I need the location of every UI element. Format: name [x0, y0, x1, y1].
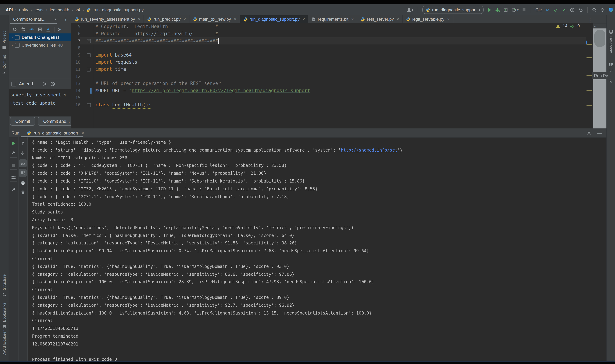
- close-icon[interactable]: ×: [351, 17, 354, 22]
- breadcrumb-item[interactable]: API: [6, 7, 13, 12]
- code-editor[interactable]: 5# Copyright: Legit.Health #6# Website: …: [71, 23, 586, 129]
- soft-wrap-icon[interactable]: [19, 159, 27, 167]
- commit-button[interactable]: Commit: [10, 117, 35, 126]
- breadcrumb-item[interactable]: unity: [19, 7, 28, 12]
- close-icon[interactable]: ×: [303, 17, 305, 22]
- scroll-to-end-icon[interactable]: [19, 169, 27, 177]
- history-icon[interactable]: [50, 81, 55, 87]
- warning-mark[interactable]: [587, 105, 592, 106]
- tool-window-button-commit[interactable]: Commit: [0, 55, 9, 76]
- prev-occurrence-icon[interactable]: [19, 140, 27, 147]
- chevron-down-icon[interactable]: ⌄: [593, 24, 597, 28]
- warning-mark[interactable]: [587, 57, 592, 58]
- profiler-button[interactable]: ▾: [511, 7, 519, 12]
- git-update-button[interactable]: [545, 7, 550, 12]
- commit-message-editor[interactable]: severity assessment ↴↳test code update: [9, 89, 71, 116]
- restore-layout-icon[interactable]: [10, 173, 17, 181]
- code-line[interactable]: 12: [71, 73, 586, 80]
- warning-mark[interactable]: [587, 90, 592, 91]
- run-config-selector[interactable]: run_diagnostic_support▾: [422, 6, 484, 14]
- kebab-menu-icon[interactable]: ⋮: [587, 17, 593, 24]
- run-settings-icon[interactable]: [10, 149, 17, 157]
- run-button[interactable]: [487, 7, 492, 12]
- console-output[interactable]: {'name': 'Legit.Health', 'type': 'user-f…: [32, 129, 605, 362]
- clear-all-icon[interactable]: [19, 189, 27, 196]
- fold-marker-icon[interactable]: −: [87, 68, 91, 72]
- close-icon[interactable]: ×: [183, 17, 186, 22]
- run-with-coverage-button[interactable]: [503, 7, 508, 12]
- stop-button[interactable]: [522, 7, 526, 12]
- code-line[interactable]: 14MODEL_URL = "https://ai-pre.legit.heal…: [71, 87, 586, 94]
- code-line[interactable]: 9−import base64: [71, 52, 586, 59]
- editor-tab[interactable]: run_severity_assessment.py×: [71, 15, 144, 23]
- rollback-icon[interactable]: [21, 27, 26, 32]
- code-link[interactable]: https://legit.health/: [134, 31, 193, 36]
- warning-mark[interactable]: [587, 75, 592, 76]
- changelist-row[interactable]: › Default Changelist: [9, 33, 71, 41]
- commit-and-button[interactable]: Commit and...: [38, 117, 71, 126]
- code-line[interactable]: 10import requests: [71, 59, 586, 66]
- gear-icon[interactable]: [42, 81, 47, 87]
- rerun-icon[interactable]: [10, 140, 17, 147]
- pin-tab-icon[interactable]: [10, 185, 17, 193]
- breadcrumb-item[interactable]: legithealth: [50, 7, 69, 12]
- amend-checkbox[interactable]: [11, 82, 16, 86]
- console-hyperlink[interactable]: http://snomed.info/sct: [341, 148, 397, 153]
- code-line[interactable]: 6# Website: https://legit.health/ #: [71, 30, 586, 37]
- editor-tab[interactable]: run_diagnostic_support.py×: [240, 15, 308, 23]
- changelist-checkbox[interactable]: [15, 35, 19, 40]
- tool-window-button-aws-explorer[interactable]: AWS Explorer: [0, 330, 9, 355]
- unversioned-checkbox[interactable]: [15, 43, 19, 48]
- chevron-right-icon[interactable]: ›: [9, 43, 13, 47]
- code-line[interactable]: 13# URL of predict operation of the REST…: [71, 80, 586, 87]
- git-commit-button[interactable]: [553, 7, 558, 12]
- settings-button[interactable]: [600, 7, 605, 12]
- fold-marker-icon[interactable]: −: [87, 103, 91, 107]
- editor-tab[interactable]: rest_server.py×: [357, 15, 403, 23]
- fold-marker-icon[interactable]: −: [87, 53, 91, 57]
- breadcrumb[interactable]: API›unity›tests›legithealth›v4›run_diagn…: [0, 7, 144, 12]
- next-occurrence-icon[interactable]: [19, 149, 27, 157]
- close-icon[interactable]: ×: [138, 17, 140, 22]
- warning-mark[interactable]: [587, 44, 592, 45]
- code-link[interactable]: https://ai-pre.legit.health:80/v2/legit_…: [132, 88, 310, 93]
- search-everywhere-button[interactable]: [592, 7, 597, 12]
- changelist-icon[interactable]: [38, 27, 42, 31]
- git-history-button[interactable]: [570, 7, 575, 12]
- tool-window-button-structure[interactable]: Structure: [0, 274, 9, 297]
- show-diff-icon[interactable]: [29, 27, 34, 32]
- tool-window-button-database[interactable]: Database: [607, 29, 615, 53]
- changelist-label[interactable]: Default Changelist: [22, 35, 59, 40]
- close-icon[interactable]: ×: [397, 17, 399, 22]
- editor-tab[interactable]: legit_servable.py×: [403, 15, 453, 23]
- chevron-down-icon[interactable]: ▾: [55, 17, 56, 21]
- commit-header-scrollbar[interactable]: [10, 23, 57, 24]
- breadcrumb-item[interactable]: tests: [34, 7, 43, 12]
- run-python-console-button[interactable]: Run Py: [592, 72, 615, 79]
- editor-tab[interactable]: requirements.txt×: [308, 15, 357, 23]
- commit-target-header[interactable]: Commit to mas... ▾ ⋮: [9, 15, 71, 23]
- close-icon[interactable]: ×: [234, 17, 236, 22]
- more-actions-icon[interactable]: »: [58, 26, 61, 32]
- editor-tab[interactable]: run_predict.py×: [144, 15, 189, 23]
- refresh-icon[interactable]: [13, 27, 17, 31]
- close-icon[interactable]: ×: [447, 17, 450, 22]
- breadcrumb-item[interactable]: v4: [76, 7, 80, 12]
- code-line[interactable]: 7−######################################…: [71, 37, 586, 44]
- code-line[interactable]: 11−import time: [71, 66, 586, 73]
- user-account-button[interactable]: ▾: [406, 7, 413, 13]
- tool-window-button-bookmarks[interactable]: Bookmarks: [0, 302, 9, 328]
- editor-tab[interactable]: main_dx_new.py×: [189, 15, 240, 23]
- commit-target-label[interactable]: Commit to mas...: [9, 17, 45, 22]
- print-icon[interactable]: [19, 179, 27, 187]
- debug-button[interactable]: [495, 7, 500, 12]
- fold-marker-icon[interactable]: −: [87, 39, 91, 43]
- unversioned-files-row[interactable]: › Unversioned Files 40: [9, 41, 71, 49]
- shelve-icon[interactable]: [46, 27, 51, 31]
- ide-services-button[interactable]: [608, 7, 614, 13]
- unversioned-label[interactable]: Unversioned Files: [22, 43, 56, 48]
- stop-icon[interactable]: [10, 161, 17, 169]
- code-line[interactable]: 8: [71, 44, 586, 52]
- git-push-button[interactable]: [562, 7, 567, 12]
- tool-window-button-project[interactable]: Project: [0, 31, 9, 50]
